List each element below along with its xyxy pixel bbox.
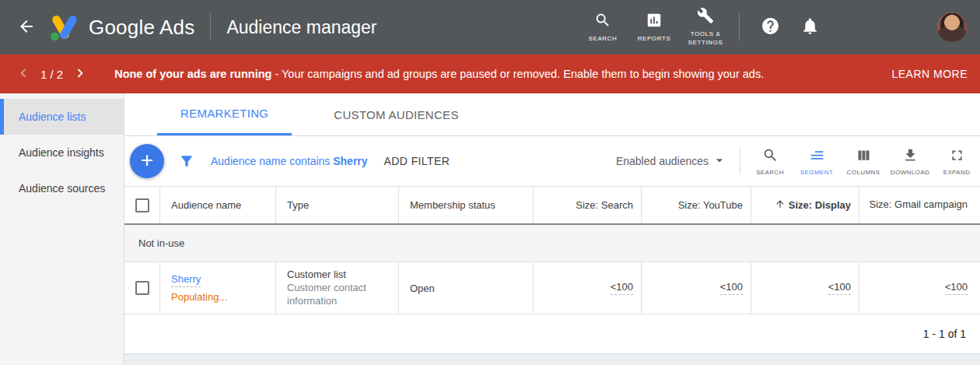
sidebar: Audience lists Audience insights Audienc… — [0, 93, 124, 365]
help-button[interactable] — [761, 18, 780, 37]
audience-name-link[interactable]: Sherry — [171, 273, 201, 287]
size-search-value: <100 — [611, 281, 633, 295]
sidebar-item-audience-sources[interactable]: Audience sources — [0, 170, 124, 206]
size-gmail-value: <100 — [945, 281, 968, 295]
column-header-size-display[interactable]: Size: Display — [751, 187, 859, 223]
column-header-type[interactable]: Type — [276, 187, 399, 223]
table-expand-button[interactable]: EXPAND — [933, 147, 980, 176]
arrow-drop-down-icon — [709, 153, 727, 170]
audience-view-value: Enabled audiences — [616, 155, 709, 167]
membership-status-value: Open — [410, 283, 435, 294]
populating-status: Populating... — [171, 291, 227, 303]
top-app-bar: Google Ads Audience manager SEARCH REPOR… — [0, 0, 980, 54]
avatar[interactable] — [937, 12, 967, 42]
table-row: Sherry Populating... Customer list Custo… — [124, 262, 980, 314]
chevron-left-icon — [15, 65, 32, 84]
table-segment-button[interactable]: SEGMENT — [793, 147, 840, 176]
column-header-label: Size: Search — [576, 199, 633, 211]
plus-icon: + — [141, 149, 153, 171]
select-all-checkbox[interactable] — [135, 198, 149, 212]
arrow-back-icon — [17, 17, 36, 38]
tool-label: EXPAND — [943, 169, 971, 176]
page-title: Audience manager — [226, 17, 376, 38]
table-download-button[interactable]: DOWNLOAD — [887, 147, 933, 176]
tool-label: DOWNLOAD — [891, 169, 929, 176]
reports-nav-label: REPORTS — [632, 35, 676, 44]
applied-filter-text: Audience name contains — [211, 155, 333, 167]
column-header-size-youtube[interactable]: Size: YouTube — [642, 187, 751, 223]
row-checkbox[interactable] — [135, 281, 149, 295]
bell-icon — [800, 16, 820, 38]
type-value: Customer list — [287, 268, 346, 280]
wrench-icon — [697, 7, 714, 26]
type-cell: Customer list Customer contact informati… — [276, 262, 399, 314]
alert-message-body: - Your campaigns and ad groups are pause… — [271, 68, 764, 80]
size-display-cell: <100 — [751, 262, 859, 314]
alert-page-indicator: 1 / 2 — [40, 68, 63, 81]
column-header-label: Membership status — [410, 199, 495, 211]
filter-toolbar: + Audience name contains Sherry ADD FILT… — [124, 136, 980, 187]
search-icon — [594, 12, 611, 31]
applied-filter-value: Sherry — [333, 155, 367, 167]
tab-custom-audiences[interactable]: CUSTOM AUDIENCES — [310, 93, 481, 135]
alert-message: None of your ads are running - Your camp… — [114, 68, 764, 80]
size-search-cell: <100 — [534, 262, 642, 314]
audience-view-select[interactable]: Enabled audiences — [616, 153, 727, 170]
tool-label: SEGMENT — [800, 169, 833, 176]
size-gmail-cell: <100 — [859, 262, 980, 314]
sidebar-item-label: Audience sources — [19, 182, 105, 195]
table-header-row: Audience name Type Membership status Siz… — [124, 187, 980, 225]
search-nav-button[interactable]: SEARCH — [577, 12, 628, 44]
segment-icon — [809, 147, 825, 166]
learn-more-button[interactable]: LEARN MORE — [891, 68, 968, 80]
table-footer: 1 - 1 of 1 — [124, 314, 980, 354]
topbar-divider — [739, 13, 740, 41]
search-nav-label: SEARCH — [581, 35, 625, 44]
size-youtube-value: <100 — [720, 281, 743, 295]
tool-label: SEARCH — [756, 169, 784, 176]
column-header-size-gmail[interactable]: Size: Gmail campaign — [859, 187, 980, 223]
row-checkbox-cell — [124, 262, 160, 314]
sidebar-item-audience-insights[interactable]: Audience insights — [0, 135, 124, 170]
tab-bar: REMARKETING CUSTOM AUDIENCES — [124, 93, 980, 136]
group-label: Not in-use — [138, 237, 184, 249]
topbar-left: Google Ads Audience manager — [0, 13, 377, 41]
sidebar-item-label: Audience insights — [19, 146, 104, 159]
google-ads-logo-icon — [50, 13, 79, 41]
filter-funnel-icon[interactable] — [179, 153, 194, 169]
add-filter-button[interactable]: ADD FILTER — [384, 155, 450, 167]
tools-settings-nav-label: TOOLS & SETTINGS — [684, 30, 727, 47]
header-checkbox-cell — [124, 187, 160, 223]
tab-remarketing[interactable]: REMARKETING — [157, 93, 292, 135]
main-panel: REMARKETING CUSTOM AUDIENCES + Audience … — [124, 93, 980, 365]
sidebar-item-audience-lists[interactable]: Audience lists — [0, 99, 124, 135]
fullscreen-icon — [949, 147, 965, 166]
brand-name[interactable]: Google Ads — [89, 16, 194, 40]
back-button[interactable] — [17, 17, 36, 38]
add-audience-button[interactable]: + — [130, 144, 164, 178]
content-area: Audience lists Audience insights Audienc… — [0, 93, 980, 365]
help-icon — [761, 16, 780, 38]
column-header-size-search[interactable]: Size: Search — [534, 187, 642, 223]
search-icon — [762, 147, 779, 166]
applied-filter-chip[interactable]: Audience name contains Sherry — [211, 155, 368, 167]
next-alert-button[interactable] — [71, 65, 89, 83]
column-header-label: Size: Display — [789, 199, 851, 211]
alert-banner: 1 / 2 None of your ads are running - You… — [0, 54, 980, 93]
tools-settings-nav-button[interactable]: TOOLS & SETTINGS — [680, 7, 731, 47]
membership-status-cell: Open — [399, 262, 534, 314]
table-group-row: Not in-use — [124, 225, 980, 262]
column-header-label: Type — [287, 199, 309, 211]
column-header-membership-status[interactable]: Membership status — [399, 187, 534, 223]
google-ads-audience-manager: Google Ads Audience manager SEARCH REPOR… — [0, 0, 980, 365]
sidebar-item-label: Audience lists — [19, 111, 86, 123]
column-header-audience-name[interactable]: Audience name — [160, 187, 276, 223]
previous-alert-button[interactable] — [14, 65, 33, 83]
table-columns-button[interactable]: COLUMNS — [840, 147, 887, 176]
notifications-button[interactable] — [800, 18, 820, 37]
reports-nav-button[interactable]: REPORTS — [628, 12, 680, 44]
table-tools: Enabled audiences SEARCH — [616, 147, 980, 176]
table-search-button[interactable]: SEARCH — [747, 147, 793, 176]
audience-name-cell: Sherry Populating... — [160, 262, 276, 314]
pagination-label: 1 - 1 of 1 — [923, 328, 966, 340]
